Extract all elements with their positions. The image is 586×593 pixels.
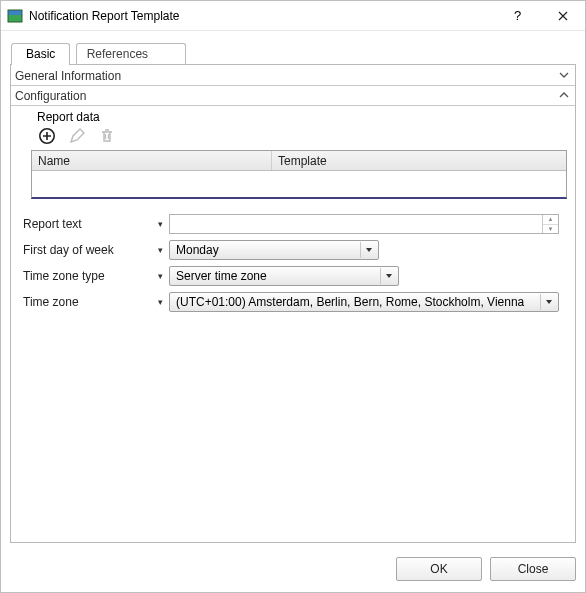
row-report-text: Report text ▾ ▲▼ [21, 211, 567, 237]
edit-icon [67, 126, 87, 146]
tab-strip: Basic References [11, 43, 575, 65]
window-controls: ? [495, 1, 585, 30]
tab-content: General Information Configuration Report… [10, 64, 576, 543]
row-tz-type: Time zone type ▾ Server time zone [21, 263, 567, 289]
tab-basic[interactable]: Basic [11, 43, 70, 65]
section-general-header[interactable]: General Information [11, 66, 575, 86]
label-tz-type: Time zone type [21, 269, 151, 283]
config-form: Report text ▾ ▲▼ First day of week ▾ Mon… [21, 211, 567, 315]
label-first-day: First day of week [21, 243, 151, 257]
section-config-header[interactable]: Configuration [11, 86, 575, 106]
label-tz: Time zone [21, 295, 151, 309]
window-title: Notification Report Template [29, 9, 495, 23]
tz-type-value: Server time zone [176, 269, 376, 283]
dropdown-arrow-icon [540, 294, 556, 310]
grid-column-name[interactable]: Name [32, 151, 272, 170]
close-button[interactable]: Close [490, 557, 576, 581]
report-data-label: Report data [37, 110, 567, 124]
tab-references[interactable]: References [76, 43, 186, 65]
spinner-icon[interactable]: ▲▼ [542, 215, 558, 233]
tz-type-combo[interactable]: Server time zone [169, 266, 399, 286]
section-config-body: Report data Name Template Report text ▾ [11, 106, 575, 321]
dropdown-arrow-icon [380, 268, 396, 284]
delete-icon [97, 126, 117, 146]
label-report-text: Report text [21, 217, 151, 231]
caret-icon[interactable]: ▾ [151, 219, 169, 229]
chevron-down-icon [559, 70, 569, 82]
help-button[interactable]: ? [495, 1, 540, 30]
app-icon [7, 8, 23, 24]
grid-column-template[interactable]: Template [272, 151, 566, 170]
tz-value: (UTC+01:00) Amsterdam, Berlin, Bern, Rom… [176, 295, 536, 309]
svg-rect-0 [8, 10, 22, 15]
grid-body-empty[interactable] [32, 171, 566, 197]
dialog-footer: OK Close [396, 557, 576, 581]
report-text-field[interactable] [170, 215, 542, 233]
tz-combo[interactable]: (UTC+01:00) Amsterdam, Berlin, Bern, Rom… [169, 292, 559, 312]
report-data-toolbar [37, 126, 567, 146]
report-text-input[interactable]: ▲▼ [169, 214, 559, 234]
svg-rect-1 [8, 15, 22, 22]
row-first-day: First day of week ▾ Monday [21, 237, 567, 263]
chevron-up-icon [559, 90, 569, 102]
caret-icon[interactable]: ▾ [151, 245, 169, 255]
dropdown-arrow-icon [360, 242, 376, 258]
caret-icon[interactable]: ▾ [151, 297, 169, 307]
caret-icon[interactable]: ▾ [151, 271, 169, 281]
title-bar: Notification Report Template ? [1, 1, 585, 31]
row-tz: Time zone ▾ (UTC+01:00) Amsterdam, Berli… [21, 289, 567, 315]
section-general-title: General Information [15, 69, 121, 83]
first-day-combo[interactable]: Monday [169, 240, 379, 260]
section-config-title: Configuration [15, 89, 86, 103]
grid-header: Name Template [32, 151, 566, 171]
report-data-grid[interactable]: Name Template [31, 150, 567, 199]
add-icon[interactable] [37, 126, 57, 146]
first-day-value: Monday [176, 243, 356, 257]
close-window-button[interactable] [540, 1, 585, 30]
ok-button[interactable]: OK [396, 557, 482, 581]
